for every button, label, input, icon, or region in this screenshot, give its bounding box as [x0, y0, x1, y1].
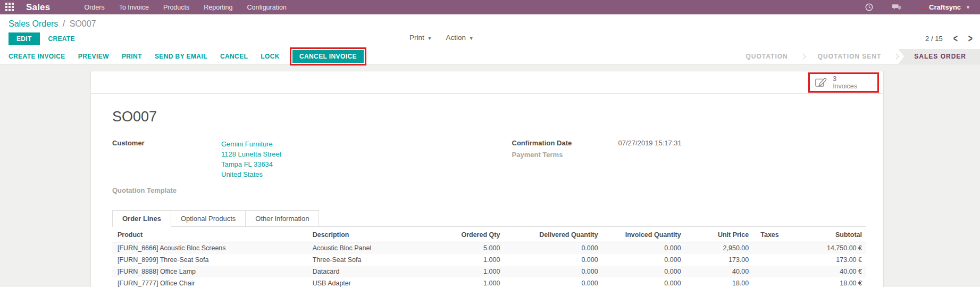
customer-address-line[interactable]: Gemini Furniture: [221, 139, 281, 149]
topbar-menu-to-invoice[interactable]: To Invoice: [119, 4, 149, 11]
order-title: SO007: [112, 109, 866, 125]
customer-address-line[interactable]: 1128 Lunetta Street: [221, 149, 281, 159]
edit-pencil-icon: [815, 77, 828, 87]
chevron-right-icon: [894, 49, 898, 64]
statusbar-states: QUOTATIONQUOTATION SENTSALES ORDER: [733, 49, 980, 64]
order-line-cell: 0.000: [504, 254, 602, 266]
invoices-smart-button[interactable]: 3 Invoices: [810, 74, 877, 91]
control-panel: Sales Orders / SO007 EDIT CREATE Print ▼…: [0, 14, 980, 49]
column-header-taxes: Taxes: [753, 228, 791, 242]
pager-value: 2 / 15: [925, 35, 943, 43]
breadcrumb: Sales Orders / SO007: [0, 14, 980, 30]
customer-address-line[interactable]: Tampa FL 33634: [221, 159, 281, 169]
order-lines-table: ProductDescriptionOrdered QtyDelivered Q…: [112, 228, 866, 287]
state-quotation[interactable]: QUOTATION: [733, 49, 801, 64]
topbar-menu-orders[interactable]: Orders: [84, 4, 104, 11]
state-quotation-sent[interactable]: QUOTATION SENT: [805, 49, 894, 64]
order-line-cell: 5.000: [437, 242, 505, 255]
tab-other-information[interactable]: Other Information: [245, 210, 319, 226]
order-line-cell: 2,950.00: [685, 242, 753, 255]
user-menu[interactable]: S Craftsync ▼: [920, 3, 970, 12]
topbar-menu-configuration[interactable]: Configuration: [247, 4, 286, 11]
order-line-cell: 1.000: [437, 277, 505, 287]
order-line-cell: Three-Seat Sofa: [308, 254, 437, 266]
order-line-cell: 40.00 €: [791, 266, 866, 277]
order-line-cell: 14,750.00 €: [791, 242, 866, 255]
order-line-cell: 18.00 €: [791, 277, 866, 287]
column-header-unit-price: Unit Price: [685, 228, 753, 242]
notebook-tabs: Order LinesOptional ProductsOther Inform…: [112, 210, 866, 227]
topbar-menu-reporting[interactable]: Reporting: [204, 4, 232, 11]
chevron-down-icon: ▼: [966, 5, 970, 10]
column-header-ordered-qty: Ordered Qty: [437, 228, 505, 242]
send-by-email-button[interactable]: SEND BY EMAIL: [155, 53, 207, 60]
lock-button[interactable]: LOCK: [261, 53, 280, 60]
cancel-button[interactable]: CANCEL: [220, 53, 248, 60]
order-line-row[interactable]: [FURN_7777] Office ChairUSB Adapter1.000…: [112, 277, 866, 287]
order-line-cell: [753, 254, 791, 266]
order-line-cell: 1.000: [437, 266, 505, 277]
topbar-menu-products[interactable]: Products: [163, 4, 189, 11]
customer-address-line[interactable]: United States: [221, 169, 281, 179]
order-line-cell: [FURN_7777] Office Chair: [112, 277, 308, 287]
create-button[interactable]: CREATE: [48, 35, 75, 43]
chevron-down-icon: ▼: [469, 36, 474, 41]
column-header-product: Product: [112, 228, 308, 242]
preview-button[interactable]: PREVIEW: [78, 53, 109, 60]
app-title[interactable]: Sales: [26, 2, 50, 13]
invoice-count: 3: [833, 75, 857, 83]
state-sales-order[interactable]: SALES ORDER: [898, 49, 980, 64]
smart-button-row: 3 Invoices: [91, 71, 883, 94]
order-line-cell: [FURN_8999] Three-Seat Sofa: [112, 254, 308, 266]
apps-grid-icon[interactable]: [5, 3, 14, 12]
confirmation-date-field-label: Confirmation Date: [512, 139, 618, 147]
pager-next-button[interactable]: >: [968, 32, 973, 44]
order-line-cell: Acoustic Bloc Panel: [308, 242, 437, 255]
order-line-cell: 0.000: [602, 242, 685, 255]
breadcrumb-separator: /: [63, 19, 65, 28]
column-header-delivered-quantity: Delivered Quantity: [504, 228, 602, 242]
edit-button[interactable]: EDIT: [9, 32, 40, 45]
messages-chat-icon[interactable]: [892, 4, 901, 11]
order-line-cell: 0.000: [504, 277, 602, 287]
statusbar-buttons: CREATE INVOICEPREVIEWPRINTSEND BY EMAILC…: [9, 50, 364, 63]
tab-optional-products[interactable]: Optional Products: [171, 210, 246, 226]
annotation-red-box: 3 Invoices: [808, 72, 879, 93]
order-line-cell: [753, 266, 791, 277]
breadcrumb-current: SO007: [70, 19, 96, 28]
invoice-label: Invoices: [833, 83, 857, 90]
order-line-cell: 18.00: [685, 277, 753, 287]
column-header-description: Description: [308, 228, 437, 242]
print-dropdown[interactable]: Print ▼: [409, 34, 432, 42]
breadcrumb-parent-link[interactable]: Sales Orders: [9, 19, 58, 28]
order-line-cell: Datacard: [308, 266, 437, 277]
topbar-menus: OrdersTo InvoiceProductsReportingConfigu…: [84, 4, 286, 11]
order-line-row[interactable]: [FURN_8888] Office LampDatacard1.0000.00…: [112, 266, 866, 277]
order-line-cell: 0.000: [602, 254, 685, 266]
activities-clock-icon[interactable]: [865, 3, 873, 11]
order-line-row[interactable]: [FURN_6666] Acoustic Bloc ScreensAcousti…: [112, 242, 866, 255]
statusbar: CREATE INVOICEPREVIEWPRINTSEND BY EMAILC…: [0, 49, 980, 64]
quotation-template-field-label: Quotation Template: [112, 186, 177, 194]
chevron-down-icon: ▼: [428, 36, 432, 41]
order-line-cell: [753, 242, 791, 255]
order-line-cell: [753, 277, 791, 287]
order-line-cell: USB Adapter: [308, 277, 437, 287]
order-line-cell: 173.00 €: [791, 254, 866, 266]
form-view-background: 3 Invoices SO007 Customer Gemini Furnitu…: [0, 64, 980, 287]
tab-order-lines[interactable]: Order Lines: [112, 210, 171, 226]
order-line-row[interactable]: [FURN_8999] Three-Seat SofaThree-Seat So…: [112, 254, 866, 266]
pager-previous-button[interactable]: <: [953, 32, 958, 44]
order-line-cell: 0.000: [504, 266, 602, 277]
order-line-cell: 40.00: [685, 266, 753, 277]
create-invoice-button[interactable]: CREATE INVOICE: [9, 53, 65, 60]
action-dropdown[interactable]: Action ▼: [446, 34, 473, 42]
cancel-invoice-button[interactable]: CANCEL INVOICE: [292, 50, 364, 63]
order-line-cell: 173.00: [685, 254, 753, 266]
top-navbar: Sales OrdersTo InvoiceProductsReportingC…: [0, 0, 980, 14]
company-logo: S: [920, 3, 925, 12]
order-line-cell: 1.000: [437, 254, 505, 266]
print-button[interactable]: PRINT: [122, 53, 142, 60]
customer-address: Gemini Furniture1128 Lunetta StreetTampa…: [221, 139, 281, 179]
form-sheet: 3 Invoices SO007 Customer Gemini Furnitu…: [90, 71, 884, 287]
